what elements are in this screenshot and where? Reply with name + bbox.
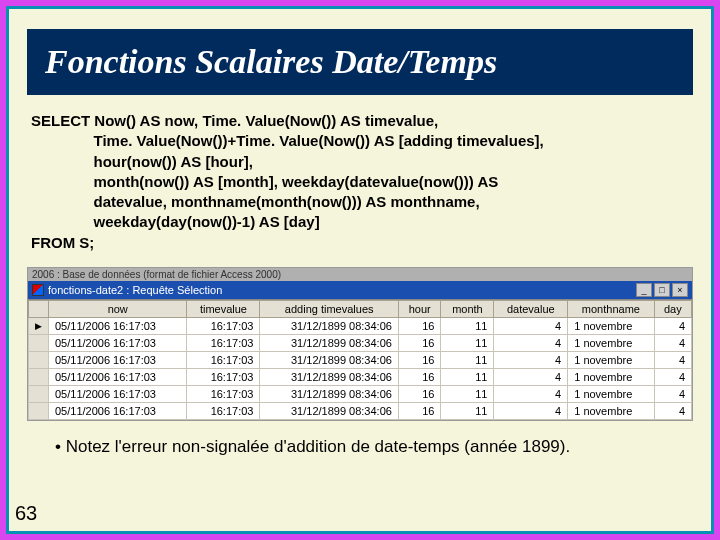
cell-now: 05/11/2006 16:17:03 <box>49 368 187 385</box>
cell-datevalue: 4 <box>494 317 568 334</box>
cell-now: 05/11/2006 16:17:03 <box>49 402 187 419</box>
cell-adding: 31/12/1899 08:34:06 <box>260 368 398 385</box>
footnote: • Notez l'erreur non-signalée d'addition… <box>27 437 693 457</box>
col-header[interactable]: datevalue <box>494 300 568 317</box>
cell-timevalue: 16:17:03 <box>187 334 260 351</box>
cell-day: 4 <box>654 334 691 351</box>
cell-monthname: 1 novembre <box>568 334 654 351</box>
table-row[interactable]: 05/11/2006 16:17:0316:17:0331/12/1899 08… <box>29 385 692 402</box>
cell-month: 11 <box>441 368 494 385</box>
cell-adding: 31/12/1899 08:34:06 <box>260 402 398 419</box>
cell-hour: 16 <box>398 351 441 368</box>
cell-datevalue: 4 <box>494 351 568 368</box>
cell-day: 4 <box>654 385 691 402</box>
cell-hour: 16 <box>398 402 441 419</box>
minimize-button[interactable]: _ <box>636 283 652 297</box>
cell-monthname: 1 novembre <box>568 385 654 402</box>
col-header[interactable]: month <box>441 300 494 317</box>
col-header[interactable]: day <box>654 300 691 317</box>
cell-timevalue: 16:17:03 <box>187 351 260 368</box>
cell-month: 11 <box>441 385 494 402</box>
cell-datevalue: 4 <box>494 368 568 385</box>
slide-title: Fonctions Scalaires Date/Temps <box>27 29 693 95</box>
cell-day: 4 <box>654 351 691 368</box>
table-row[interactable]: 05/11/2006 16:17:0316:17:0331/12/1899 08… <box>29 402 692 419</box>
cell-now: 05/11/2006 16:17:03 <box>49 385 187 402</box>
row-selector[interactable]: ▶ <box>29 317 49 334</box>
row-selector[interactable] <box>29 385 49 402</box>
col-header[interactable]: adding timevalues <box>260 300 398 317</box>
close-button[interactable]: × <box>672 283 688 297</box>
cell-datevalue: 4 <box>494 385 568 402</box>
header-row: now timevalue adding timevalues hour mon… <box>29 300 692 317</box>
page-number: 63 <box>15 502 37 525</box>
cell-adding: 31/12/1899 08:34:06 <box>260 317 398 334</box>
cell-datevalue: 4 <box>494 402 568 419</box>
outer-window-caption: 2006 : Base de données (format de fichie… <box>28 268 692 281</box>
cell-adding: 31/12/1899 08:34:06 <box>260 351 398 368</box>
table-row[interactable]: ▶05/11/2006 16:17:0316:17:0331/12/1899 0… <box>29 317 692 334</box>
row-selector[interactable] <box>29 334 49 351</box>
col-header[interactable]: now <box>49 300 187 317</box>
cell-day: 4 <box>654 402 691 419</box>
row-selector-header <box>29 300 49 317</box>
row-selector[interactable] <box>29 351 49 368</box>
table-row[interactable]: 05/11/2006 16:17:0316:17:0331/12/1899 08… <box>29 368 692 385</box>
row-selector[interactable] <box>29 402 49 419</box>
sql-code: SELECT Now() AS now, Time. Value(Now()) … <box>27 111 693 261</box>
cell-hour: 16 <box>398 334 441 351</box>
cell-timevalue: 16:17:03 <box>187 402 260 419</box>
col-header[interactable]: hour <box>398 300 441 317</box>
cell-month: 11 <box>441 351 494 368</box>
cell-adding: 31/12/1899 08:34:06 <box>260 334 398 351</box>
access-window: 2006 : Base de données (format de fichie… <box>27 267 693 421</box>
slide: Fonctions Scalaires Date/Temps SELECT No… <box>6 6 714 534</box>
cell-timevalue: 16:17:03 <box>187 368 260 385</box>
cell-now: 05/11/2006 16:17:03 <box>49 351 187 368</box>
cell-datevalue: 4 <box>494 334 568 351</box>
cell-day: 4 <box>654 317 691 334</box>
cell-adding: 31/12/1899 08:34:06 <box>260 385 398 402</box>
table-row[interactable]: 05/11/2006 16:17:0316:17:0331/12/1899 08… <box>29 334 692 351</box>
cell-monthname: 1 novembre <box>568 402 654 419</box>
cell-month: 11 <box>441 317 494 334</box>
cell-hour: 16 <box>398 317 441 334</box>
query-window-titlebar: fonctions-date2 : Requête Sélection _ □ … <box>28 281 692 299</box>
col-header[interactable]: timevalue <box>187 300 260 317</box>
maximize-button[interactable]: □ <box>654 283 670 297</box>
cell-monthname: 1 novembre <box>568 368 654 385</box>
cell-hour: 16 <box>398 385 441 402</box>
cell-month: 11 <box>441 402 494 419</box>
cell-monthname: 1 novembre <box>568 317 654 334</box>
query-icon <box>32 284 44 296</box>
query-window-title: fonctions-date2 : Requête Sélection <box>48 284 222 296</box>
cell-timevalue: 16:17:03 <box>187 385 260 402</box>
cell-timevalue: 16:17:03 <box>187 317 260 334</box>
table-row[interactable]: 05/11/2006 16:17:0316:17:0331/12/1899 08… <box>29 351 692 368</box>
cell-monthname: 1 novembre <box>568 351 654 368</box>
cell-now: 05/11/2006 16:17:03 <box>49 334 187 351</box>
result-grid: now timevalue adding timevalues hour mon… <box>28 299 692 420</box>
cell-now: 05/11/2006 16:17:03 <box>49 317 187 334</box>
window-controls: _ □ × <box>636 283 688 297</box>
cell-month: 11 <box>441 334 494 351</box>
cell-hour: 16 <box>398 368 441 385</box>
col-header[interactable]: monthname <box>568 300 654 317</box>
cell-day: 4 <box>654 368 691 385</box>
row-selector[interactable] <box>29 368 49 385</box>
